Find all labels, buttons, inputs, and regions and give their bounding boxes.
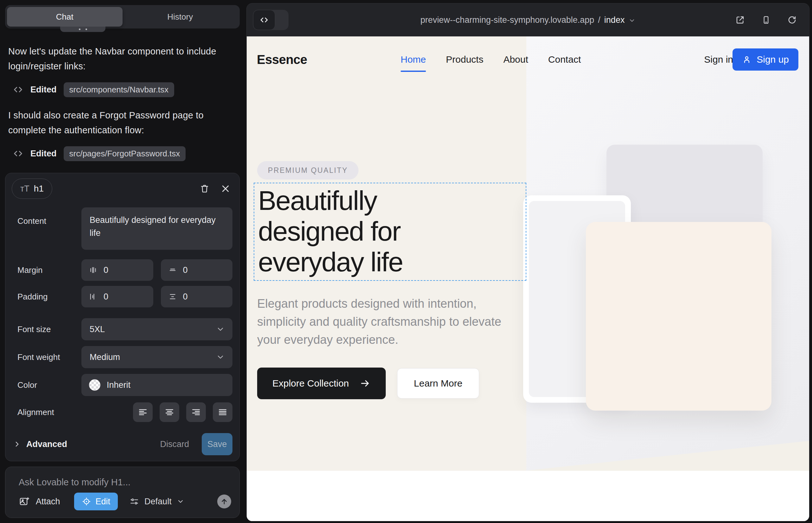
- trash-icon: [199, 184, 210, 194]
- align-center-button[interactable]: [160, 402, 179, 422]
- font-weight-select[interactable]: Medium: [82, 346, 232, 368]
- brand-logo[interactable]: Essence: [257, 53, 307, 67]
- close-editor-button[interactable]: [218, 181, 233, 196]
- file-chip[interactable]: src/pages/ForgotPassword.tsx: [64, 146, 186, 161]
- mobile-phone-icon: [761, 15, 771, 25]
- margin-horizontal-icon: [88, 265, 98, 275]
- attach-button[interactable]: Attach: [19, 496, 60, 507]
- padding-y-value: 0: [183, 292, 188, 302]
- open-external-button[interactable]: [732, 12, 748, 28]
- signin-link[interactable]: Sign in: [704, 54, 733, 65]
- preview-url: preview--charming-site-symphony.lovable.…: [421, 15, 595, 25]
- chevron-down-icon: [177, 498, 184, 505]
- refresh-icon: [787, 15, 797, 25]
- tab-history[interactable]: History: [123, 7, 238, 26]
- code-icon: [13, 148, 23, 159]
- composer-placeholder[interactable]: Ask Lovable to modify H1...: [19, 477, 130, 488]
- editor-footer: Advanced Discard Save: [13, 433, 232, 455]
- chevron-down-icon: [216, 325, 225, 334]
- chat-composer[interactable]: Ask Lovable to modify H1... Attach Edit …: [5, 467, 240, 518]
- content-input[interactable]: Beautifully designed for everyday life: [82, 208, 232, 250]
- editor-header: тT h1: [12, 178, 233, 199]
- save-button[interactable]: Save: [202, 433, 232, 455]
- nav-link-home[interactable]: Home: [401, 54, 426, 65]
- mobile-view-button[interactable]: [758, 12, 774, 28]
- text-type-icon: тT: [20, 184, 30, 194]
- decor-rect-cream: [586, 222, 772, 411]
- file-chip[interactable]: src/components/Navbar.tsx: [64, 82, 175, 97]
- content-label: Content: [17, 216, 82, 226]
- element-tag-label: h1: [34, 184, 44, 194]
- padding-x-input[interactable]: 0: [82, 286, 153, 307]
- premium-badge: PREMIUM QUALITY: [257, 161, 358, 180]
- color-select[interactable]: Inherit: [82, 374, 232, 396]
- selected-element-outline[interactable]: Beautifully designed for everyday life: [254, 183, 526, 281]
- scrolled-message-peek[interactable]: [60, 26, 105, 32]
- tab-chat[interactable]: Chat: [7, 7, 123, 26]
- explore-collection-button[interactable]: Explore Collection: [257, 367, 386, 399]
- lovable-editor-app: Chat History Now let's update the Navbar…: [0, 0, 812, 523]
- edit-mode-button[interactable]: Edit: [74, 493, 118, 510]
- align-justify-button[interactable]: [213, 402, 232, 422]
- alignment-label: Alignment: [17, 408, 82, 417]
- delete-element-button[interactable]: [197, 181, 212, 196]
- align-left-button[interactable]: [133, 402, 153, 422]
- hero-paragraph: Elegant products designed with intention…: [257, 295, 511, 349]
- signup-label: Sign up: [757, 54, 789, 65]
- code-icon: [13, 84, 23, 95]
- learn-more-button[interactable]: Learn More: [397, 368, 479, 399]
- signup-button[interactable]: Sign up: [732, 49, 798, 71]
- edited-label: Edited: [30, 149, 57, 159]
- preview-browser: preview--charming-site-symphony.lovable.…: [246, 3, 810, 521]
- chevron-down-icon: [216, 353, 225, 362]
- chevron-right-icon: [13, 440, 21, 448]
- nav-link-products[interactable]: Products: [446, 54, 483, 65]
- edited-label: Edited: [30, 85, 57, 95]
- advanced-toggle[interactable]: Advanced: [13, 439, 67, 449]
- site-preview: Essence Home Products About Contact Sign…: [247, 36, 809, 521]
- browser-actions: [732, 3, 800, 36]
- font-size-select[interactable]: 5XL: [82, 318, 232, 340]
- hero-heading[interactable]: Beautifully designed for everyday life: [254, 183, 463, 277]
- code-icon: [253, 10, 275, 30]
- chevron-down-icon: [628, 17, 635, 24]
- chat-sidebar: Chat History Now let's update the Navbar…: [0, 0, 246, 523]
- advanced-label: Advanced: [26, 439, 67, 449]
- active-underline: [401, 71, 426, 72]
- font-weight-value: Medium: [90, 353, 120, 362]
- site-navbar: Essence Home Products About Contact Sign…: [247, 36, 809, 83]
- align-center-icon: [164, 407, 175, 417]
- color-value: Inherit: [107, 380, 130, 390]
- margin-x-input[interactable]: 0: [82, 259, 153, 281]
- code-preview-toggle[interactable]: [253, 10, 288, 30]
- url-bar[interactable]: preview--charming-site-symphony.lovable.…: [421, 15, 636, 25]
- nav-link-contact[interactable]: Contact: [548, 54, 581, 65]
- alignment-buttons: [133, 402, 232, 422]
- dot-icon: [86, 29, 87, 30]
- padding-y-input[interactable]: 0: [161, 286, 233, 307]
- external-link-icon: [735, 15, 745, 25]
- mode-select[interactable]: Default: [129, 497, 184, 507]
- discard-button[interactable]: Discard: [160, 439, 189, 449]
- margin-y-input[interactable]: 0: [161, 259, 233, 281]
- element-tag-pill[interactable]: тT h1: [12, 179, 52, 199]
- element-editor-panel: тT h1 Content Beautifully designed fo: [5, 173, 240, 461]
- padding-horizontal-icon: [88, 292, 98, 301]
- margin-label: Margin: [17, 265, 82, 275]
- padding-x-value: 0: [104, 292, 108, 302]
- nav-link-about[interactable]: About: [503, 54, 528, 65]
- padding-vertical-icon: [168, 292, 177, 301]
- edited-file-row: Edited src/components/Navbar.tsx: [13, 82, 174, 97]
- color-swatch: [89, 379, 100, 391]
- send-button[interactable]: [217, 494, 231, 508]
- edited-file-row: Edited src/pages/ForgotPassword.tsx: [13, 146, 186, 161]
- align-left-icon: [138, 407, 148, 417]
- next-section: [247, 471, 809, 521]
- align-right-button[interactable]: [186, 402, 206, 422]
- assistant-message: Now let's update the Navbar component to…: [8, 44, 232, 74]
- font-size-value: 5XL: [90, 325, 105, 334]
- nav-links: Home Products About Contact: [401, 54, 581, 65]
- refresh-button[interactable]: [784, 12, 800, 28]
- attach-image-icon: [19, 496, 30, 507]
- edit-label: Edit: [96, 497, 110, 507]
